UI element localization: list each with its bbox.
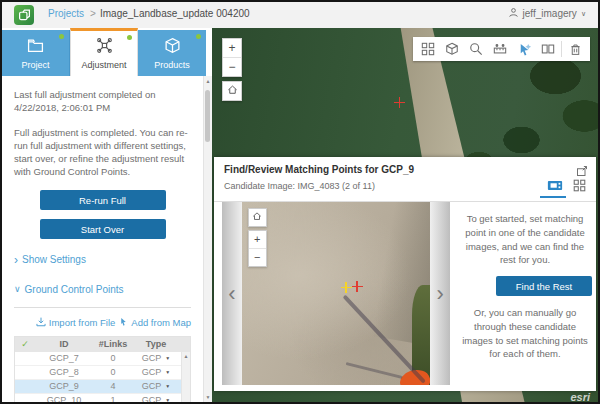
gcp-tool-icon[interactable] xyxy=(512,37,536,61)
pole-shadow-branch xyxy=(345,362,402,379)
table-scrollbar[interactable]: ▲ ▼ xyxy=(181,352,190,402)
next-image-button[interactable]: › xyxy=(430,202,450,385)
status-dot-icon xyxy=(59,34,64,39)
adjustment-panel-content: Last full adjustment completed on 4/22/2… xyxy=(2,76,204,402)
home-icon xyxy=(227,84,238,95)
filmstrip-icon xyxy=(547,179,563,192)
scroll-up-icon[interactable]: ▲ xyxy=(182,353,190,359)
apps-icon[interactable] xyxy=(416,37,440,61)
gcp-section-toggle[interactable]: ∨ Ground Control Points xyxy=(14,283,191,297)
prev-image-button[interactable]: ‹ xyxy=(222,202,242,385)
view-toggle-filmstrip[interactable] xyxy=(546,178,564,193)
tab-products[interactable]: Products xyxy=(138,30,206,76)
home-button[interactable] xyxy=(223,82,241,100)
dropdown-arrow-icon: ▼ xyxy=(165,369,170,376)
instruction-secondary: Or, you can manually go through these ca… xyxy=(458,306,592,361)
app-logo-icon[interactable] xyxy=(14,5,34,25)
show-settings-label: Show Settings xyxy=(22,253,86,267)
breadcrumb-projects[interactable]: Projects xyxy=(48,8,84,19)
delete-icon[interactable] xyxy=(563,37,587,61)
gcp-table-body: GCP_7 0 GCP▼ GCP_8 0 GCP▼ xyxy=(15,352,190,402)
grid-view-icon xyxy=(573,179,586,192)
view-toggle-grid[interactable] xyxy=(570,178,588,193)
drone-icon xyxy=(96,37,113,58)
viewer-zoom-out-button[interactable]: − xyxy=(249,248,266,266)
breadcrumb-separator: > xyxy=(90,8,96,19)
toolbar-separator xyxy=(561,41,562,57)
map-home-control xyxy=(222,81,242,101)
active-view-underline xyxy=(540,196,566,198)
candidate-viewer: ‹ + − › xyxy=(222,202,596,385)
panel-scrollbar[interactable]: ▲ ▼ xyxy=(203,76,212,402)
basemap-icon[interactable] xyxy=(440,37,464,61)
project-title: Image_Landbase_update 004200 xyxy=(100,8,250,19)
matching-points-panel: Find/Review Matching Points for GCP_9 Ca… xyxy=(214,157,596,391)
left-panel: Project Adjustment Products Last full ad… xyxy=(2,28,212,402)
download-icon xyxy=(36,317,46,327)
find-the-rest-button[interactable]: Find the Rest xyxy=(496,276,592,296)
type-dropdown[interactable]: GCP▼ xyxy=(133,380,179,393)
gcp-table-row[interactable]: GCP_8 0 GCP▼ xyxy=(15,366,190,380)
status-dot-icon xyxy=(196,34,201,39)
tab-adjustment-label: Adjustment xyxy=(81,60,126,70)
start-over-button[interactable]: Start Over xyxy=(40,219,166,239)
col-type: Type xyxy=(133,338,179,351)
user-chevron-icon: ∨ xyxy=(581,10,586,18)
adjustment-description: Full adjustment is completed. You can re… xyxy=(14,126,191,179)
username: jeff_imagery xyxy=(523,8,577,19)
dropdown-arrow-icon: ▼ xyxy=(165,397,170,402)
matched-point-marker xyxy=(341,282,352,293)
candidate-point-marker xyxy=(352,281,363,292)
tab-products-label: Products xyxy=(154,60,190,70)
search-icon[interactable] xyxy=(464,37,488,61)
col-id: ID xyxy=(35,338,93,351)
type-dropdown[interactable]: GCP▼ xyxy=(133,352,179,365)
viewer-zoom-in-button[interactable]: + xyxy=(249,231,266,248)
zoom-out-button[interactable]: − xyxy=(223,57,241,76)
rerun-full-button[interactable]: Re-run Full xyxy=(40,190,166,210)
dropdown-arrow-icon: ▼ xyxy=(165,355,170,362)
add-from-map-link[interactable]: Add from Map xyxy=(119,316,191,329)
gcp-table-row[interactable]: GCP_10 1 GCP▼ xyxy=(15,394,190,402)
type-dropdown[interactable]: GCP▼ xyxy=(133,394,179,402)
folder-icon xyxy=(27,37,44,58)
gcp-table-row[interactable]: GCP_9 4 GCP▼ xyxy=(15,380,190,394)
gcp-table-row[interactable]: GCP_7 0 GCP▼ xyxy=(15,352,190,366)
chevron-right-icon: › xyxy=(14,255,18,265)
scrollbar-thumb[interactable] xyxy=(205,90,210,142)
viewer-zoom-control: + − xyxy=(248,230,267,267)
viewer-home-button[interactable] xyxy=(249,209,266,226)
gcp-actions-row: Import from File Add from Map xyxy=(14,316,191,329)
tab-project[interactable]: Project xyxy=(2,30,70,76)
chevron-down-icon: ∨ xyxy=(14,283,21,296)
instructions-column: To get started, set matching point in on… xyxy=(450,202,596,385)
measure-icon[interactable] xyxy=(488,37,512,61)
tab-bar: Project Adjustment Products xyxy=(2,28,212,76)
instruction-primary: To get started, set matching point in on… xyxy=(458,212,592,267)
gcp-table-header: ✓ ID #Links Type xyxy=(15,337,190,352)
status-dot-icon xyxy=(127,35,132,40)
dropdown-arrow-icon: ▼ xyxy=(165,383,170,390)
map-view[interactable]: + − esri Find/Review Matching Points for… xyxy=(212,28,598,402)
chevron-left-icon: ‹ xyxy=(228,281,235,307)
map-zoom-control: + − xyxy=(222,38,242,77)
section-divider xyxy=(14,307,191,308)
chevron-right-icon: › xyxy=(437,281,444,307)
matching-panel-title: Find/Review Matching Points for GCP_9 xyxy=(224,164,414,175)
user-menu[interactable]: jeff_imagery ∨ xyxy=(508,7,586,20)
swipe-compare-icon[interactable] xyxy=(536,37,560,61)
scroll-up-icon[interactable]: ▲ xyxy=(204,78,212,84)
scroll-down-icon[interactable]: ▼ xyxy=(204,394,212,400)
zoom-in-button[interactable]: + xyxy=(223,39,241,57)
pointer-icon xyxy=(119,317,128,327)
tab-adjustment[interactable]: Adjustment xyxy=(70,28,138,76)
cube-icon xyxy=(164,37,181,58)
gcp-marker xyxy=(394,97,405,108)
adjustment-status-text: Last full adjustment completed on 4/22/2… xyxy=(14,88,191,115)
candidate-info: Candidate Image: IMG_4083 (2 of 11) xyxy=(224,181,375,191)
col-links: #Links xyxy=(93,338,133,351)
candidate-image[interactable]: + − xyxy=(242,202,431,385)
import-from-file-link[interactable]: Import from File xyxy=(36,316,116,329)
type-dropdown[interactable]: GCP▼ xyxy=(133,366,179,379)
show-settings-toggle[interactable]: › Show Settings xyxy=(14,253,191,267)
